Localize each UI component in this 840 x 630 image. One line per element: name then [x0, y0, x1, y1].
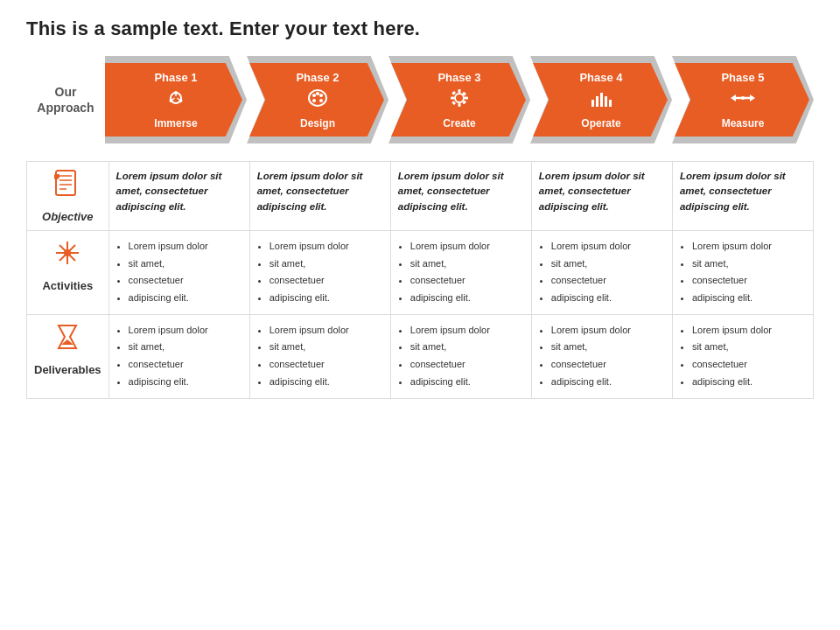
svg-rect-22: [451, 96, 454, 99]
objective-icon: ✓: [52, 169, 82, 205]
deliverables-row: Deliverables Lorem ipsum dolorsit amet,c…: [27, 314, 814, 398]
phase-4: Phase 4 Operate: [530, 56, 672, 144]
objective-cell-3: Lorem ipsum dolor sit amet, consectetuer…: [390, 162, 531, 231]
phase-1-icon: [154, 86, 197, 116]
svg-line-7: [172, 98, 175, 100]
deliverables-label: Deliverables: [34, 363, 102, 376]
activities-row-header: Activities: [27, 231, 109, 315]
svg-point-14: [319, 94, 323, 97]
phase-2-label: Phase 2: [296, 71, 339, 84]
activities-cell-2: Lorem ipsum dolorsit amet,consectetuerad…: [249, 231, 390, 315]
svg-point-19: [455, 94, 464, 102]
phase-1-text: Phase 1: [154, 71, 197, 130]
deliverables-cell-2: Lorem ipsum dolorsit amet,consectetuerad…: [249, 314, 390, 398]
chevrons-container: Phase 1: [105, 56, 814, 144]
objective-cell-2: Lorem ipsum dolor sit amet, consectetuer…: [249, 162, 390, 231]
activities-cell-3: Lorem ipsum dolorsit amet,consectetuerad…: [390, 231, 531, 315]
svg-rect-31: [596, 96, 598, 107]
svg-point-40: [741, 96, 745, 100]
phase-2-name: Design: [296, 117, 339, 130]
objective-label: Objective: [42, 210, 94, 223]
phase-1: Phase 1: [105, 56, 247, 144]
deliverables-icon: [52, 322, 82, 358]
phase-3-icon: [438, 86, 480, 116]
phase-3-name: Create: [438, 117, 480, 130]
svg-marker-38: [750, 94, 755, 102]
objective-row: ✓ Objective Lorem ipsum dolor sit amet, …: [27, 162, 814, 231]
chevron-section: OurApproach Phase 1: [26, 56, 814, 144]
phase-3-label: Phase 3: [438, 71, 480, 84]
phase-4-label: Phase 4: [579, 71, 622, 84]
svg-rect-30: [592, 100, 594, 107]
objective-cell-1: Lorem ipsum dolor sit amet, consectetuer…: [108, 162, 249, 231]
phase-5-icon: [721, 86, 764, 116]
phase-5-name: Measure: [721, 117, 764, 130]
activities-label: Activities: [42, 279, 93, 292]
activities-cell-5: Lorem ipsum dolorsit amet,consectetuerad…: [672, 231, 813, 315]
deliverables-cell-4: Lorem ipsum dolorsit amet,consectetuerad…: [531, 314, 672, 398]
phase-1-label: Phase 1: [154, 71, 197, 84]
svg-marker-39: [731, 94, 736, 102]
svg-rect-34: [609, 100, 612, 107]
phase-4-text: Phase 4 Operate: [579, 71, 622, 130]
deliverables-cell-3: Lorem ipsum dolorsit amet,consectetuerad…: [390, 314, 531, 398]
activities-cell-4: Lorem ipsum dolorsit amet,consectetuerad…: [531, 231, 672, 315]
deliverables-cell-5: Lorem ipsum dolorsit amet,consectetuerad…: [672, 314, 813, 398]
svg-point-12: [312, 94, 316, 97]
svg-rect-26: [452, 101, 456, 105]
phase-5-text: Phase 5 Measure: [721, 71, 764, 130]
phase-1-name: Immerse: [154, 117, 197, 130]
objective-row-header: ✓ Objective: [27, 162, 109, 231]
phase-4-name: Operate: [579, 117, 622, 130]
page-title: This is a sample text. Enter your text h…: [26, 18, 814, 40]
svg-rect-32: [600, 93, 603, 107]
activities-cell-1: Lorem ipsum dolorsit amet,consectetuerad…: [108, 231, 249, 315]
svg-point-13: [316, 92, 319, 95]
phase-5: Phase 5 Measure: [672, 56, 814, 144]
deliverables-row-header: Deliverables: [27, 314, 109, 398]
activities-row: Activities Lorem ipsum dolorsit amet,con…: [27, 231, 814, 315]
svg-point-15: [319, 99, 323, 102]
phase-3: Phase 3: [388, 56, 530, 144]
svg-rect-23: [465, 96, 468, 99]
phase-2-text: Phase 2 Desig: [296, 71, 339, 130]
approach-label: OurApproach: [26, 56, 105, 144]
content-table: ✓ Objective Lorem ipsum dolor sit amet, …: [26, 161, 814, 399]
phase-2-icon: [296, 86, 339, 116]
deliverables-cell-1: Lorem ipsum dolorsit amet,consectetuerad…: [108, 314, 249, 398]
svg-marker-53: [59, 326, 76, 348]
objective-cell-5: Lorem ipsum dolor sit amet, consectetuer…: [672, 162, 813, 231]
svg-rect-24: [452, 90, 456, 94]
svg-point-16: [312, 99, 316, 102]
svg-rect-21: [458, 103, 461, 107]
svg-line-8: [178, 98, 180, 100]
svg-rect-33: [605, 96, 607, 107]
svg-point-3: [174, 91, 178, 94]
phase-3-text: Phase 3: [438, 71, 480, 130]
activities-icon: [52, 238, 82, 274]
phase-5-label: Phase 5: [721, 71, 764, 84]
svg-text:✓: ✓: [57, 176, 61, 181]
svg-rect-20: [458, 89, 461, 93]
phase-2: Phase 2 Desig: [247, 56, 388, 144]
objective-cell-4: Lorem ipsum dolor sit amet, consectetuer…: [531, 162, 672, 231]
svg-point-52: [64, 249, 71, 256]
phase-4-icon: [579, 86, 622, 116]
